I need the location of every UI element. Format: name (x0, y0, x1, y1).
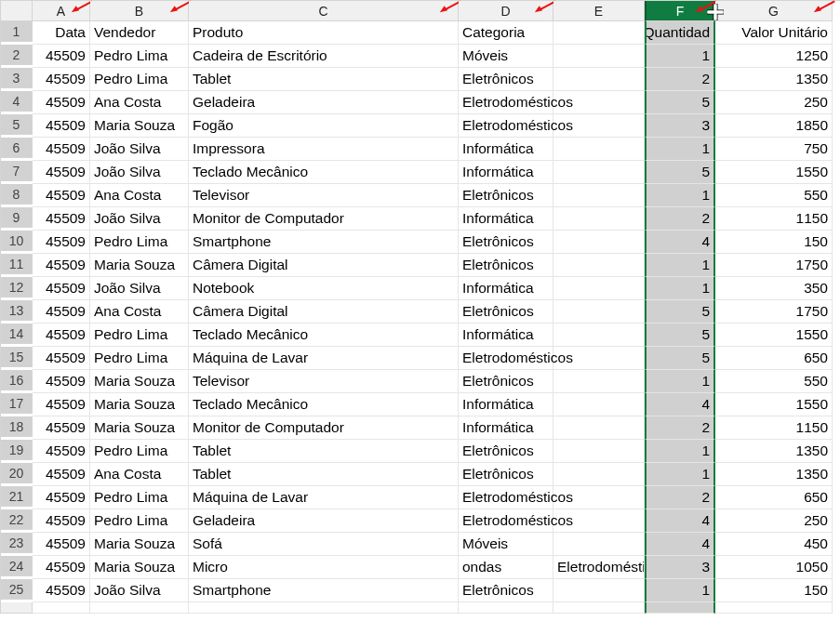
cell-F8[interactable]: 1 (645, 184, 715, 207)
col-header-E[interactable]: E (553, 1, 645, 21)
cell-B21[interactable]: Pedro Lima (90, 486, 189, 509)
cell-D13[interactable]: Eletrônicos (459, 300, 553, 324)
cell-empty[interactable] (459, 602, 553, 614)
cell-G8[interactable]: 550 (715, 184, 833, 207)
cell-A14[interactable]: 45509 (33, 324, 90, 347)
cell-D19[interactable]: Eletrônicos (459, 440, 553, 463)
cell-F2[interactable]: 1 (645, 45, 715, 68)
cell-A21[interactable]: 45509 (33, 486, 90, 509)
cell-empty[interactable] (645, 602, 715, 614)
cell-E13[interactable] (553, 300, 645, 324)
cell-B19[interactable]: Pedro Lima (90, 440, 189, 463)
cell-B22[interactable]: Pedro Lima (90, 509, 189, 533)
cell-G12[interactable]: 350 (715, 277, 833, 300)
cell-C22[interactable]: Geladeira (189, 509, 459, 533)
row-header[interactable]: 6 (1, 138, 33, 158)
cell-D5[interactable]: Eletrodomésticos (459, 114, 553, 138)
row-header[interactable]: 23 (1, 533, 33, 553)
cell-C19[interactable]: Tablet (189, 440, 459, 463)
cell-E24[interactable]: Eletrodomésti (553, 556, 645, 579)
cell-E7[interactable] (553, 161, 645, 184)
cell-D11[interactable]: Eletrônicos (459, 254, 553, 277)
cell-C17[interactable]: Teclado Mecânico (189, 393, 459, 416)
cell-D24[interactable]: ondas (459, 556, 553, 579)
cell-A6[interactable]: 45509 (33, 138, 90, 161)
cell-empty[interactable] (33, 602, 90, 614)
cell-G4[interactable]: 250 (715, 91, 833, 114)
cell-D1[interactable]: Categoria (459, 21, 553, 45)
cell-E19[interactable] (553, 440, 645, 463)
col-header-G[interactable]: G (715, 1, 833, 21)
cell-C7[interactable]: Teclado Mecânico (189, 161, 459, 184)
cell-D2[interactable]: Móveis (459, 45, 553, 68)
cell-B6[interactable]: João Silva (90, 138, 189, 161)
row-header[interactable]: 10 (1, 231, 33, 251)
row-header[interactable]: 17 (1, 393, 33, 414)
cell-empty[interactable] (553, 602, 645, 614)
cell-D12[interactable]: Informática (459, 277, 553, 300)
cell-A8[interactable]: 45509 (33, 184, 90, 207)
cell-G15[interactable]: 650 (715, 347, 833, 370)
cell-C18[interactable]: Monitor de Computador (189, 416, 459, 440)
cell-A24[interactable]: 45509 (33, 556, 90, 579)
cell-B9[interactable]: João Silva (90, 207, 189, 231)
cell-B5[interactable]: Maria Souza (90, 114, 189, 138)
cell-F22[interactable]: 4 (645, 509, 715, 533)
cell-G13[interactable]: 1750 (715, 300, 833, 324)
row-header[interactable]: 12 (1, 277, 33, 297)
cell-G18[interactable]: 1150 (715, 416, 833, 440)
cell-B4[interactable]: Ana Costa (90, 91, 189, 114)
cell-F20[interactable]: 1 (645, 463, 715, 486)
cell-empty[interactable] (90, 602, 189, 614)
row-header[interactable]: 24 (1, 556, 33, 576)
cell-E14[interactable] (553, 324, 645, 347)
cell-A3[interactable]: 45509 (33, 68, 90, 91)
row-header[interactable]: 2 (1, 45, 33, 65)
cell-A15[interactable]: 45509 (33, 347, 90, 370)
cell-F21[interactable]: 2 (645, 486, 715, 509)
cell-E18[interactable] (553, 416, 645, 440)
cell-D9[interactable]: Informática (459, 207, 553, 231)
row-header[interactable]: 9 (1, 207, 33, 228)
cell-F9[interactable]: 2 (645, 207, 715, 231)
cell-F4[interactable]: 5 (645, 91, 715, 114)
col-header-D[interactable]: D (459, 1, 553, 21)
cell-G7[interactable]: 1550 (715, 161, 833, 184)
cell-F12[interactable]: 1 (645, 277, 715, 300)
cell-G5[interactable]: 1850 (715, 114, 833, 138)
cell-A16[interactable]: 45509 (33, 370, 90, 393)
cell-E8[interactable] (553, 184, 645, 207)
cell-B2[interactable]: Pedro Lima (90, 45, 189, 68)
cell-F24[interactable]: 3 (645, 556, 715, 579)
cell-D3[interactable]: Eletrônicos (459, 68, 553, 91)
cell-G21[interactable]: 650 (715, 486, 833, 509)
cell-G17[interactable]: 1550 (715, 393, 833, 416)
cell-F3[interactable]: 2 (645, 68, 715, 91)
cell-E12[interactable] (553, 277, 645, 300)
cell-B8[interactable]: Ana Costa (90, 184, 189, 207)
cell-E1[interactable] (553, 21, 645, 45)
cell-D22[interactable]: Eletrodomésticos (459, 509, 553, 533)
cell-D16[interactable]: Eletrônicos (459, 370, 553, 393)
cell-B25[interactable]: João Silva (90, 579, 189, 602)
cell-E10[interactable] (553, 231, 645, 254)
col-header-B[interactable]: B (90, 1, 189, 21)
row-header[interactable]: 14 (1, 324, 33, 344)
cell-A18[interactable]: 45509 (33, 416, 90, 440)
cell-C9[interactable]: Monitor de Computador (189, 207, 459, 231)
cell-C12[interactable]: Notebook (189, 277, 459, 300)
cell-C24[interactable]: Micro (189, 556, 459, 579)
cell-E2[interactable] (553, 45, 645, 68)
cell-B14[interactable]: Pedro Lima (90, 324, 189, 347)
row-header[interactable]: 16 (1, 370, 33, 390)
cell-G25[interactable]: 150 (715, 579, 833, 602)
cell-E11[interactable] (553, 254, 645, 277)
cell-B12[interactable]: João Silva (90, 277, 189, 300)
cell-E17[interactable] (553, 393, 645, 416)
cell-C8[interactable]: Televisor (189, 184, 459, 207)
cell-E9[interactable] (553, 207, 645, 231)
row-header[interactable]: 20 (1, 463, 33, 483)
row-header[interactable]: 7 (1, 161, 33, 181)
row-header[interactable]: 5 (1, 114, 33, 135)
cell-C5[interactable]: Fogão (189, 114, 459, 138)
